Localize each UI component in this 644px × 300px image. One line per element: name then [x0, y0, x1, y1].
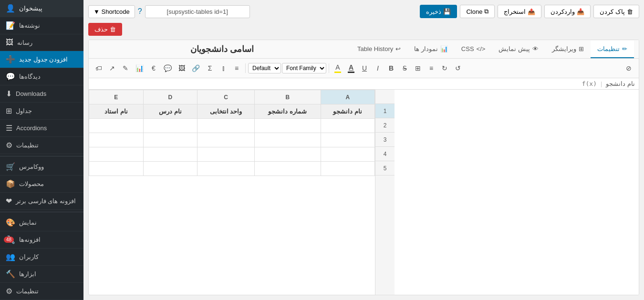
bold-btn[interactable]: B [385, 62, 397, 74]
columns-btn[interactable]: ⫿ [217, 62, 229, 74]
cell-3C[interactable] [197, 133, 254, 147]
spreadsheet-table: A B C D E نام دانشجو شماره دانشجو [89, 90, 375, 176]
highlight-color-btn[interactable]: A [332, 62, 344, 75]
sidebar-item-downloads[interactable]: Downloads ⬇ [0, 85, 83, 103]
col-header-A[interactable]: A [321, 90, 374, 104]
sidebar-item-plugins[interactable]: افزونه‌ها 🔧 48 [0, 231, 83, 248]
import-button[interactable]: 📥 واردکردن [544, 5, 591, 18]
cell-2A[interactable] [321, 119, 374, 133]
row-num-3[interactable]: 3 [375, 133, 395, 147]
settings-gear-icon: ⚙ [6, 141, 12, 150]
cell-5C[interactable] [197, 162, 254, 176]
sidebar-item-woo[interactable]: ووکامرس 🛒 [0, 158, 83, 176]
delete-button[interactable]: 🗑 حذف [88, 23, 122, 36]
sidebar-item-users[interactable]: کاربران 👥 [0, 248, 83, 266]
cell-4A[interactable] [321, 147, 374, 162]
cell-1B[interactable]: شماره دانشجو [255, 104, 321, 119]
sidebar-item-woo-fa[interactable]: افزونه های فارسی برتر ❤ [0, 193, 83, 210]
sidebar-item-settings-gear[interactable]: تنظیمات ⚙ [0, 137, 83, 154]
formula-btn[interactable]: Σ [204, 62, 216, 74]
cell-4E[interactable] [89, 147, 144, 162]
strike-btn[interactable]: S̶ [398, 62, 411, 74]
sidebar-item-views[interactable]: دیدگاه‌ها 💬 [0, 68, 83, 85]
cell-4B[interactable] [255, 147, 321, 162]
shortcode-button[interactable]: ▼ Shortcode [88, 5, 135, 18]
italic-btn[interactable]: I [372, 62, 384, 74]
cell-5D[interactable] [143, 162, 197, 176]
comment-btn[interactable]: 💬 [161, 62, 175, 74]
image-btn[interactable]: 🖼 [176, 62, 188, 74]
cell-5B[interactable] [255, 162, 321, 176]
left-empty-area [395, 90, 639, 295]
sidebar-item-tables[interactable]: جداول ⊞ [0, 103, 83, 120]
clear-button[interactable]: 🗑 پاک کردن [593, 5, 639, 18]
cell-4C[interactable] [197, 147, 254, 162]
action-buttons: 💾 ذخیره ⧉ Clone 📤 استخراج 📥 واردکردن 🗑 پ… [420, 5, 639, 18]
cell-2E[interactable] [89, 119, 144, 133]
cell-3B[interactable] [255, 133, 321, 147]
link-btn[interactable]: 🔗 [189, 62, 203, 74]
tables-icon: ⊞ [6, 106, 12, 115]
tab-editor[interactable]: ⊞ ویرایشگر [545, 41, 591, 58]
col-header-D[interactable]: D [143, 90, 197, 104]
cell-5E[interactable] [89, 162, 144, 176]
sidebar-item-products[interactable]: محصولات 📦 [0, 176, 83, 193]
sidebar-item-tools[interactable]: ابزارها 🔨 [0, 266, 83, 283]
cell-2D[interactable] [143, 119, 197, 133]
shortcode-input[interactable] [145, 5, 250, 18]
cell-1D[interactable]: نام درس [143, 104, 197, 119]
border-btn[interactable]: ⊞ [412, 62, 424, 74]
font-family-select[interactable]: Font Family [282, 63, 326, 73]
edit-btn[interactable]: ✎ [119, 62, 132, 74]
cell-1E[interactable]: نام استاد [89, 104, 144, 119]
euro-btn[interactable]: € [147, 62, 160, 74]
sidebar-item-posts[interactable]: نوشته‌ها 📝 [0, 17, 83, 34]
tab-history[interactable]: ↩ Table History [351, 41, 407, 58]
col-header-B[interactable]: B [255, 90, 321, 104]
row-num-2[interactable]: 2 [375, 118, 395, 133]
cell-2B[interactable] [255, 119, 321, 133]
save-icon: 💾 [443, 8, 451, 15]
clone-button[interactable]: ⧉ Clone [460, 5, 495, 18]
row-num-1[interactable]: 1 [375, 104, 395, 118]
sidebar-item-appearance[interactable]: نمایش 🎨 [0, 214, 83, 231]
cell-5A[interactable] [321, 162, 374, 176]
cell-1A[interactable]: نام دانشجو [321, 104, 374, 119]
row-num-4[interactable]: 4 [375, 147, 395, 161]
list-btn[interactable]: ≡ [425, 62, 437, 74]
cell-3E[interactable] [89, 133, 144, 147]
sidebar-item-dashboard[interactable]: پیشخوان 👤 [0, 0, 83, 17]
sidebar-item-add-new[interactable]: افزودن جدول جدید ➕ [0, 51, 83, 68]
cell-3A[interactable] [321, 133, 374, 147]
formula-bar: نام دانشجو | (x)f [89, 78, 639, 90]
export-button[interactable]: 📤 استخراج [498, 5, 541, 18]
chart-btn[interactable]: 📊 [133, 62, 146, 74]
no-format-btn[interactable]: ⊘ [623, 62, 635, 74]
save-button[interactable]: 💾 ذخیره [420, 5, 457, 18]
col-header-C[interactable]: C [197, 90, 254, 104]
text-color-btn[interactable]: A [345, 62, 357, 75]
cell-1C[interactable]: واحد انتخابی [197, 104, 254, 119]
undo-btn[interactable]: ↺ [452, 62, 464, 74]
sidebar-item-accordions[interactable]: Accordions ☰ [0, 120, 83, 137]
default-select[interactable]: Default [248, 63, 281, 73]
woo-label: ووکامرس [19, 163, 44, 170]
col-header-E[interactable]: E [89, 90, 144, 104]
tag-btn[interactable]: 🏷 [93, 62, 105, 74]
redo-btn[interactable]: ↻ [438, 62, 451, 74]
tab-css[interactable]: </> CSS [455, 41, 492, 58]
sidebar-item-media[interactable]: رسانه 🖼 [0, 34, 83, 51]
cell-2C[interactable] [197, 119, 254, 133]
tab-settings[interactable]: ✏ تنظیمات [591, 41, 634, 58]
share-btn[interactable]: ↗ [106, 62, 118, 74]
underline-btn[interactable]: U [358, 62, 371, 74]
sidebar-item-settings[interactable]: تنظیمات ⚙ [0, 283, 83, 300]
cell-3D[interactable] [143, 133, 197, 147]
help-icon[interactable]: ? [138, 7, 142, 16]
align-btn[interactable]: ≡ [230, 62, 243, 74]
cell-4D[interactable] [143, 147, 197, 162]
tab-preview[interactable]: 👁 پیش نمایش [492, 41, 545, 58]
delete-row: 🗑 حذف [88, 23, 639, 36]
tab-charts[interactable]: 📊 نمودار ها [407, 41, 455, 58]
row-num-5[interactable]: 5 [375, 161, 395, 176]
